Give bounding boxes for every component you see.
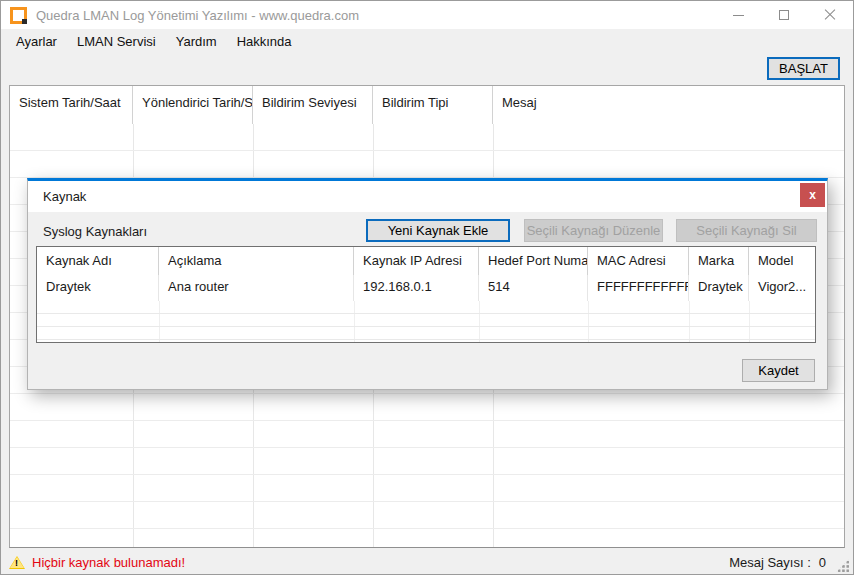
src-cell-mac: FFFFFFFFFFFF xyxy=(588,275,689,301)
src-cell-marka: Draytek xyxy=(689,275,749,301)
resize-grip[interactable] xyxy=(836,559,849,572)
title-bar: Quedra LMAN Log Yönetimi Yazılımı - www.… xyxy=(1,1,853,29)
src-cell-ip-adresi: 192.168.0.1 xyxy=(354,275,479,301)
status-warning-text: Hiçbir kaynak bulunamadı! xyxy=(32,555,185,570)
dialog-close-button[interactable]: x xyxy=(800,183,825,207)
src-col-marka[interactable]: Marka xyxy=(689,247,749,275)
log-col-bildirim-seviyesi[interactable]: Bildirim Seviyesi xyxy=(253,86,373,124)
start-button[interactable]: BAŞLAT xyxy=(767,57,840,80)
close-button[interactable] xyxy=(807,1,853,29)
close-icon xyxy=(824,9,836,21)
warning-icon xyxy=(9,556,25,569)
src-cell-aciklama: Ana router xyxy=(159,275,354,301)
log-col-yonlendirici-tarih[interactable]: Yönlendirici Tarih/Saat xyxy=(133,86,253,124)
log-col-mesaj[interactable]: Mesaj xyxy=(493,86,844,124)
save-button[interactable]: Kaydet xyxy=(742,359,815,382)
menu-bar: Ayarlar LMAN Servisi Yardım Hakkında xyxy=(1,29,853,53)
window-controls xyxy=(715,1,853,29)
maximize-icon xyxy=(779,10,789,20)
log-table-header: Sistem Tarih/Saat Yönlendirici Tarih/Saa… xyxy=(10,86,844,124)
message-count-label: Mesaj Sayısı : xyxy=(729,555,811,570)
edit-source-button: Seçili Kaynağı Düzenle xyxy=(524,219,663,242)
syslog-sources-label: Syslog Kaynakları xyxy=(43,224,147,239)
menu-yardim[interactable]: Yardım xyxy=(166,30,227,53)
menu-ayarlar[interactable]: Ayarlar xyxy=(6,30,67,53)
minimize-icon xyxy=(733,15,744,16)
dialog-title: Kaynak xyxy=(43,189,86,204)
quedra-logo-icon xyxy=(10,7,27,24)
delete-source-button: Seçili Kaynağı Sil xyxy=(676,219,817,242)
source-table-header: Kaynak Adı Açıklama Kaynak IP Adresi Hed… xyxy=(37,247,815,275)
src-col-port[interactable]: Hedef Port Numa... xyxy=(479,247,588,275)
menu-hakkinda[interactable]: Hakkında xyxy=(227,30,302,53)
src-col-model[interactable]: Model xyxy=(749,247,815,275)
app-window: Quedra LMAN Log Yönetimi Yazılımı - www.… xyxy=(0,0,854,575)
log-col-sistem-tarih[interactable]: Sistem Tarih/Saat xyxy=(10,86,133,124)
source-table-row[interactable]: Draytek Ana router 192.168.0.1 514 FFFFF… xyxy=(37,275,815,301)
src-col-kaynak-adi[interactable]: Kaynak Adı xyxy=(37,247,159,275)
src-col-mac[interactable]: MAC Adresi xyxy=(588,247,689,275)
message-count-value: 0 xyxy=(819,555,826,570)
src-cell-kaynak-adi: Draytek xyxy=(37,275,159,301)
src-col-aciklama[interactable]: Açıklama xyxy=(159,247,354,275)
source-table-empty-rows xyxy=(37,301,815,342)
maximize-button[interactable] xyxy=(761,1,807,29)
add-source-button[interactable]: Yeni Kaynak Ekle xyxy=(366,219,510,242)
menu-lman-servisi[interactable]: LMAN Servisi xyxy=(67,30,166,53)
src-cell-port: 514 xyxy=(479,275,588,301)
window-title: Quedra LMAN Log Yönetimi Yazılımı - www.… xyxy=(36,8,359,23)
source-table: Kaynak Adı Açıklama Kaynak IP Adresi Hed… xyxy=(36,246,816,343)
src-col-ip-adresi[interactable]: Kaynak IP Adresi xyxy=(354,247,479,275)
src-cell-model: Vigor2... xyxy=(749,275,815,301)
status-bar: Hiçbir kaynak bulunamadı! Mesaj Sayısı :… xyxy=(1,551,853,574)
kaynak-dialog: Kaynak x Syslog Kaynakları Yeni Kaynak E… xyxy=(27,178,828,390)
dialog-title-bar[interactable]: Kaynak x xyxy=(28,181,827,212)
minimize-button[interactable] xyxy=(715,1,761,29)
log-col-bildirim-tipi[interactable]: Bildirim Tipi xyxy=(373,86,493,124)
